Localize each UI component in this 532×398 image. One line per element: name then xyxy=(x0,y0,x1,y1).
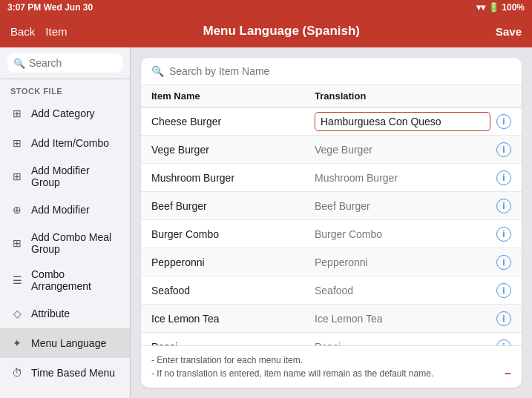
footer-notes: - Enter translation for each menu item. … xyxy=(151,354,433,380)
row-translation-wrap: i xyxy=(315,283,511,298)
col-header-item-name: Item Name xyxy=(151,90,315,102)
status-icons: ▾▾ 🔋 100% xyxy=(476,2,525,13)
row-item-name: Mushroom Burger xyxy=(151,172,315,184)
table-body: Cheese Burger i Vege Burger i xyxy=(141,107,522,345)
time-based-menu-icon: ⏱ xyxy=(9,365,25,381)
row-translation-wrap: i xyxy=(315,142,511,157)
content-area: 🔍 Item Name Translation Cheese Burger i xyxy=(131,47,532,398)
sidebar-item-label: Add Combo Meal Group xyxy=(31,231,121,255)
info-button[interactable]: i xyxy=(496,255,511,270)
card-search-bar: 🔍 xyxy=(141,58,522,85)
translation-input[interactable] xyxy=(315,228,490,240)
footer-note-1: - Enter translation for each menu item. xyxy=(151,354,433,367)
add-modifier-icon: ⊕ xyxy=(9,202,25,218)
search-input[interactable] xyxy=(29,57,116,69)
table-header: Item Name Translation xyxy=(141,85,522,107)
translation-input[interactable] xyxy=(315,144,490,156)
row-item-name: Cheese Burger xyxy=(151,116,315,127)
table-row: Pepperonni i xyxy=(141,248,522,276)
sidebar-item-add-modifier[interactable]: ⊕ Add Modifier xyxy=(0,195,130,225)
sidebar-search-container: 🔍 xyxy=(0,47,130,79)
status-time: 3:07 PM Wed Jun 30 xyxy=(7,2,93,13)
sidebar-item-time-based-menu[interactable]: ⏱ Time Based Menu xyxy=(0,358,130,388)
top-nav: Back Item Menu Language (Spanish) Save xyxy=(0,15,532,47)
translation-input[interactable] xyxy=(315,313,490,325)
info-button[interactable]: i xyxy=(496,283,511,298)
translation-input[interactable] xyxy=(315,285,490,296)
translation-input[interactable] xyxy=(315,112,490,131)
row-item-name: Beef Burger xyxy=(151,200,315,212)
add-item-combo-icon: ⊞ xyxy=(9,135,25,151)
info-button[interactable]: i xyxy=(496,170,511,185)
table-row: Mushroom Burger i xyxy=(141,164,522,192)
back-button[interactable]: Back xyxy=(10,25,35,38)
footer-note-2: - If no translation is entered, item nam… xyxy=(151,367,433,380)
info-button[interactable]: i xyxy=(496,142,511,157)
sidebar-item-attribute[interactable]: ◇ Attribute xyxy=(0,299,130,328)
save-button[interactable]: Save xyxy=(496,25,522,38)
col-header-translation: Translation xyxy=(315,90,511,102)
card-footer: - Enter translation for each menu item. … xyxy=(141,345,522,388)
search-icon: 🔍 xyxy=(13,58,25,69)
row-item-name: Burger Combo xyxy=(151,228,315,240)
row-translation-wrap: i xyxy=(315,227,511,242)
content-card: 🔍 Item Name Translation Cheese Burger i xyxy=(141,58,522,388)
row-item-name: Pepperonni xyxy=(151,256,315,268)
page-title: Menu Language (Spanish) xyxy=(203,24,360,39)
row-item-name: Vege Burger xyxy=(151,144,315,156)
info-button[interactable]: i xyxy=(496,311,511,326)
sidebar-item-label: Add Category xyxy=(31,107,95,119)
sidebar-item-label: Time Based Menu xyxy=(31,367,115,379)
row-translation-wrap: i xyxy=(315,255,511,270)
card-search-icon: 🔍 xyxy=(151,65,164,77)
csv-import-icon: ⬇ xyxy=(9,394,25,398)
add-category-icon: ⊞ xyxy=(9,105,25,122)
row-translation-wrap: i xyxy=(315,339,511,346)
sidebar-item-label: Menu Language xyxy=(31,337,106,349)
sidebar-item-label: Add Modifier Group xyxy=(31,165,121,188)
table-row: Pepsi i xyxy=(141,333,522,345)
sidebar-item-label: Attribute xyxy=(31,308,70,319)
sidebar-item-menu-language[interactable]: ✦ Menu Language xyxy=(0,328,130,358)
battery-icon: 🔋 100% xyxy=(488,2,525,13)
table-row: Beef Burger i xyxy=(141,192,522,220)
table-row: Cheese Burger i xyxy=(141,107,522,136)
row-translation-wrap: i xyxy=(315,311,511,326)
combo-arrangement-icon: ☰ xyxy=(9,272,25,288)
table-row: Burger Combo i xyxy=(141,220,522,248)
attribute-icon: ◇ xyxy=(9,305,25,322)
sidebar-item-label: Add Item/Combo xyxy=(31,137,109,149)
card-search-input[interactable] xyxy=(169,65,511,77)
translation-input[interactable] xyxy=(315,200,490,212)
sidebar-item-add-category[interactable]: ⊞ Add Category xyxy=(0,99,130,128)
sidebar: 🔍 STOCK FILE ⊞ Add Category ⊞ Add Item/C… xyxy=(0,47,131,398)
row-translation-wrap: i xyxy=(315,199,511,213)
sidebar-item-add-combo-meal-group[interactable]: ⊞ Add Combo Meal Group xyxy=(0,225,130,262)
table-row: Ice Lemon Tea i xyxy=(141,305,522,333)
status-bar: 3:07 PM Wed Jun 30 ▾▾ 🔋 100% xyxy=(0,0,532,15)
info-button[interactable]: i xyxy=(496,114,511,129)
info-button[interactable]: i xyxy=(496,199,511,213)
add-modifier-group-icon: ⊞ xyxy=(9,168,25,185)
translation-input[interactable] xyxy=(315,256,490,268)
stock-file-section-header: STOCK FILE xyxy=(0,79,130,99)
row-item-name: Seafood xyxy=(151,285,315,296)
row-item-name: Ice Lemon Tea xyxy=(151,313,315,325)
sidebar-item-combo-arrangement[interactable]: ☰ Combo Arrangement xyxy=(0,262,130,299)
sidebar-item-add-modifier-group[interactable]: ⊞ Add Modifier Group xyxy=(0,158,130,195)
table-row: Seafood i xyxy=(141,276,522,305)
info-button[interactable]: i xyxy=(496,339,511,346)
wifi-icon: ▾▾ xyxy=(476,2,485,13)
info-button[interactable]: i xyxy=(496,227,511,242)
footer-dash-button[interactable]: – xyxy=(505,367,511,380)
row-translation-wrap: i xyxy=(315,170,511,185)
sidebar-item-add-item-combo[interactable]: ⊞ Add Item/Combo xyxy=(0,128,130,158)
sidebar-item-csv-import[interactable]: ⬇ CSV Import xyxy=(0,388,130,398)
item-button[interactable]: Item xyxy=(45,25,67,38)
row-translation-wrap: i xyxy=(315,112,511,131)
menu-language-icon: ✦ xyxy=(9,335,25,351)
table-row: Vege Burger i xyxy=(141,136,522,164)
translation-input[interactable] xyxy=(315,172,490,184)
add-combo-meal-group-icon: ⊞ xyxy=(9,235,25,251)
sidebar-item-label: Add Modifier xyxy=(31,204,90,216)
